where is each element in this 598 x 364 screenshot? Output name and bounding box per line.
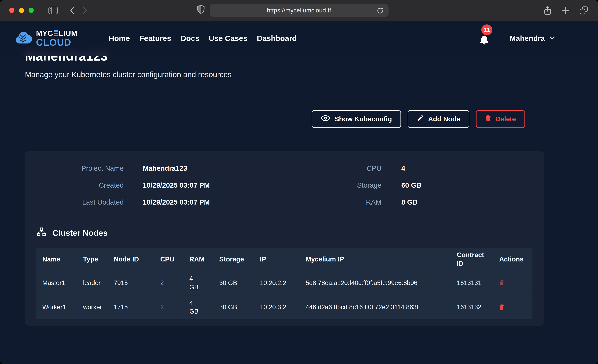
user-name: Mahendra bbox=[509, 34, 545, 43]
share-icon[interactable] bbox=[544, 6, 552, 15]
traffic-lights bbox=[9, 8, 34, 13]
table-header-row: Name Type Node ID CPU RAM Storage IP Myc… bbox=[36, 248, 532, 271]
col-ram: RAM bbox=[189, 248, 219, 271]
bell-icon bbox=[479, 43, 490, 46]
notifications-button[interactable]: 11 bbox=[479, 35, 490, 46]
col-node-id: Node ID bbox=[114, 248, 160, 271]
col-cpu: CPU bbox=[160, 248, 189, 271]
cluster-details-card: Project Name Mahendra123 Created 10/29/2… bbox=[25, 151, 544, 326]
chevron-down-icon bbox=[549, 36, 555, 41]
col-contract-id: Contract ID bbox=[457, 248, 499, 271]
user-menu[interactable]: Mahendra bbox=[509, 34, 555, 43]
detail-value: 10/29/2025 03:07 PM bbox=[143, 181, 295, 189]
pencil-icon bbox=[417, 115, 424, 123]
cell-storage: 30 GB bbox=[219, 295, 260, 319]
cluster-nodes-table: Name Type Node ID CPU RAM Storage IP Myc… bbox=[36, 248, 532, 319]
col-actions: Actions bbox=[499, 248, 532, 271]
browser-toolbar: https://myceliumcloud.tf bbox=[0, 0, 598, 21]
detail-label: Storage bbox=[295, 181, 382, 189]
forward-button-icon[interactable] bbox=[82, 6, 88, 15]
cell-node-id: 1715 bbox=[114, 295, 160, 319]
browser-window: https://myceliumcloud.tf Mahendra123 Man… bbox=[0, 0, 598, 364]
cell-storage: 30 GB bbox=[219, 271, 260, 295]
window-minimize-button[interactable] bbox=[19, 8, 24, 13]
delete-node-button[interactable] bbox=[499, 280, 504, 286]
mycelium-cloud-logo-icon bbox=[14, 29, 32, 48]
detail-label: Created bbox=[36, 181, 124, 189]
delete-node-button[interactable] bbox=[499, 304, 504, 311]
cell-ram: 4 GB bbox=[189, 295, 219, 319]
sidebar-toggle-icon[interactable] bbox=[48, 7, 58, 14]
add-node-label: Add Node bbox=[428, 115, 460, 123]
network-nodes-icon bbox=[36, 227, 46, 238]
detail-value: 60 GB bbox=[401, 181, 532, 189]
notification-badge: 11 bbox=[481, 25, 492, 35]
detail-label: RAM bbox=[295, 198, 382, 206]
cell-cpu: 2 bbox=[160, 271, 189, 295]
col-name: Name bbox=[36, 248, 83, 271]
delete-cluster-button[interactable]: Delete bbox=[476, 110, 525, 128]
wordmark-line1-pre: MYC bbox=[36, 30, 53, 37]
cluster-nodes-header: Cluster Nodes bbox=[36, 227, 532, 238]
detail-value: Mahendra123 bbox=[143, 165, 295, 172]
detail-value: 10/29/2025 03:07 PM bbox=[143, 198, 295, 206]
detail-label: Last Updated bbox=[36, 198, 124, 206]
nav-link-docs[interactable]: Docs bbox=[181, 34, 199, 43]
cell-ram: 4 GB bbox=[189, 271, 219, 295]
add-node-button[interactable]: Add Node bbox=[408, 110, 469, 128]
page-content: Mahendra123 Manage your Kubernetes clust… bbox=[0, 21, 598, 364]
wordmark-line2: CLOUD bbox=[36, 38, 77, 47]
show-kubeconfig-button[interactable]: Show Kubeconfig bbox=[312, 110, 401, 128]
cell-cpu: 2 bbox=[160, 295, 189, 319]
address-bar[interactable]: https://myceliumcloud.tf bbox=[210, 4, 389, 17]
detail-value: 8 GB bbox=[401, 198, 532, 206]
detail-label: CPU bbox=[295, 165, 382, 172]
nav-link-home[interactable]: Home bbox=[109, 34, 130, 43]
col-ip: IP bbox=[260, 248, 306, 271]
cell-type: leader bbox=[83, 271, 114, 295]
window-zoom-button[interactable] bbox=[29, 8, 34, 13]
nav-link-use-cases[interactable]: Use Cases bbox=[209, 34, 248, 43]
tab-overview-icon[interactable] bbox=[579, 6, 588, 15]
detail-value: 4 bbox=[401, 165, 532, 172]
col-mycelium-ip: Mycelium IP bbox=[306, 248, 457, 271]
table-row: Worker1 worker 1715 2 4 GB 30 GB 10.20.3… bbox=[36, 295, 532, 319]
stylized-e-icon bbox=[54, 30, 58, 36]
cell-mycelium-ip: 446:d2a6:8bcd:8c16:ff0f:72e2:3114:863f bbox=[306, 295, 457, 319]
cell-mycelium-ip: 5d8:78ea:a120:f40c:ff0f:a5fe:99e6:8b96 bbox=[306, 271, 457, 295]
show-kubeconfig-label: Show Kubeconfig bbox=[334, 115, 392, 123]
window-close-button[interactable] bbox=[9, 8, 14, 13]
url-text: https://myceliumcloud.tf bbox=[267, 7, 331, 14]
cluster-nodes-title: Cluster Nodes bbox=[52, 228, 108, 238]
cell-type: worker bbox=[83, 295, 114, 319]
trash-icon bbox=[499, 280, 504, 286]
cluster-actions: Show Kubeconfig Add Node Delete bbox=[25, 110, 544, 128]
delete-label: Delete bbox=[495, 115, 516, 123]
trash-icon bbox=[485, 115, 491, 123]
cell-ip: 10.20.2.2 bbox=[260, 271, 306, 295]
cell-contract-id: 1613131 bbox=[457, 271, 499, 295]
brand-wordmark: MYCLIUM CLOUD bbox=[36, 30, 77, 47]
brand-logo[interactable]: MYCLIUM CLOUD bbox=[14, 29, 77, 48]
cell-name: Master1 bbox=[36, 271, 83, 295]
reload-icon[interactable] bbox=[377, 7, 384, 14]
new-tab-icon[interactable] bbox=[562, 7, 569, 14]
wordmark-line1-post: LIUM bbox=[58, 30, 77, 37]
eye-icon bbox=[321, 115, 330, 123]
trash-icon bbox=[499, 304, 504, 311]
page-subtitle: Manage your Kubernetes cluster configura… bbox=[25, 70, 544, 79]
back-button-icon[interactable] bbox=[70, 6, 75, 15]
privacy-shield-icon[interactable] bbox=[197, 5, 205, 15]
nav-link-features[interactable]: Features bbox=[139, 34, 171, 43]
col-type: Type bbox=[83, 248, 114, 271]
nav-link-dashboard[interactable]: Dashboard bbox=[257, 34, 297, 43]
col-storage: Storage bbox=[219, 248, 260, 271]
cell-name: Worker1 bbox=[36, 295, 83, 319]
cluster-details: Project Name Mahendra123 Created 10/29/2… bbox=[36, 165, 532, 206]
cell-contract-id: 1613132 bbox=[457, 295, 499, 319]
cell-ip: 10.20.3.2 bbox=[260, 295, 306, 319]
detail-label: Project Name bbox=[36, 165, 124, 172]
table-row: Master1 leader 7915 2 4 GB 30 GB 10.20.2… bbox=[36, 271, 532, 295]
cell-node-id: 7915 bbox=[114, 271, 160, 295]
nav-links: Home Features Docs Use Cases Dashboard bbox=[109, 34, 297, 43]
